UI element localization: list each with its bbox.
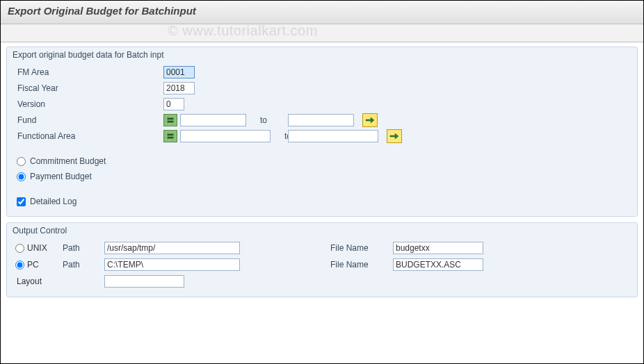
layout-input[interactable] xyxy=(104,275,184,288)
fund-select-icon[interactable]: 〓 xyxy=(163,114,177,126)
unix-path-input[interactable] xyxy=(104,242,240,254)
group-export-data: Export original budget data for Batch in… xyxy=(6,47,638,217)
pc-path-label: Path xyxy=(63,260,104,270)
pc-filename-input[interactable] xyxy=(393,258,483,271)
unix-path-label: Path xyxy=(63,243,104,253)
pc-label: PC xyxy=(27,260,39,270)
layout-label: Layout xyxy=(15,276,42,286)
funcarea-to-input[interactable] xyxy=(288,130,378,142)
commitment-budget-radio[interactable] xyxy=(17,157,26,166)
fund-to-label: to xyxy=(246,115,288,125)
fiscal-year-label: Fiscal Year xyxy=(7,83,163,93)
fm-area-input[interactable] xyxy=(163,66,195,78)
funcarea-from-input[interactable] xyxy=(180,130,271,142)
group-export-title: Export original budget data for Batch in… xyxy=(7,47,637,64)
funcarea-multi-select-button[interactable] xyxy=(387,129,402,143)
fund-multi-select-button[interactable] xyxy=(362,113,378,127)
funcarea-select-icon[interactable]: 〓 xyxy=(163,130,177,142)
unix-label: UNIX xyxy=(27,243,47,253)
detailed-log-checkbox[interactable] xyxy=(17,197,26,206)
commitment-budget-label: Commitment Budget xyxy=(30,156,106,166)
fiscal-year-input[interactable] xyxy=(163,82,195,94)
toolbar xyxy=(1,24,643,42)
group-output-title: Output Control xyxy=(7,223,637,240)
version-input[interactable] xyxy=(163,98,184,110)
pc-path-input[interactable] xyxy=(104,258,240,271)
unix-radio[interactable] xyxy=(15,244,24,253)
pc-radio[interactable] xyxy=(15,260,24,270)
pc-filename-label: File Name xyxy=(330,260,393,270)
version-label: Version xyxy=(7,99,163,109)
payment-budget-radio[interactable] xyxy=(17,172,26,181)
payment-budget-label: Payment Budget xyxy=(30,172,92,181)
funcarea-label: Functional Area xyxy=(7,131,163,141)
fund-from-input[interactable] xyxy=(180,114,246,126)
fund-label: Fund xyxy=(7,115,163,125)
fm-area-label: FM Area xyxy=(7,67,163,77)
fund-to-input[interactable] xyxy=(288,114,354,126)
detailed-log-label: Detailed Log xyxy=(30,197,77,206)
funcarea-to-label: to xyxy=(271,131,288,141)
unix-filename-input[interactable] xyxy=(393,242,483,254)
unix-filename-label: File Name xyxy=(330,243,393,253)
page-title: Export Original Budget for Batchinput xyxy=(1,1,643,24)
group-output-control: Output Control UNIX Path File Name PC Pa… xyxy=(6,222,638,297)
